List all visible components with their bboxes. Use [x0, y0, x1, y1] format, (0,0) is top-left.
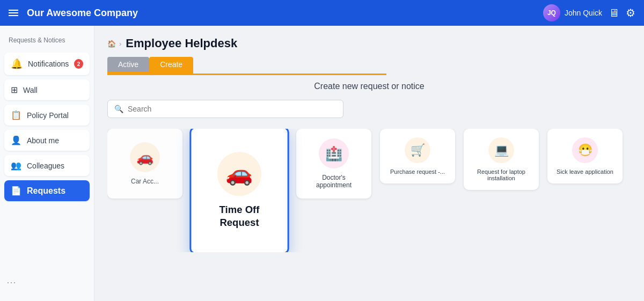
- sidebar-item-about-me[interactable]: 👤 About me: [4, 130, 90, 151]
- sidebar-item-colleagues[interactable]: 👥 Colleagues: [4, 155, 90, 176]
- sidebar-item-label: Notifications: [28, 60, 69, 68]
- card-label: Purchase request -...: [390, 168, 445, 175]
- sidebar-item-notifications[interactable]: 🔔 Notifications 2: [4, 53, 90, 75]
- hospital-icon: 🏥: [319, 138, 349, 168]
- sidebar-item-label: Policy Portal: [27, 111, 69, 120]
- card-doctors-appointment[interactable]: 🏥 Doctor's appointment: [296, 129, 371, 199]
- card-label: Car Acc...: [131, 178, 159, 185]
- tabs: Active Create: [107, 57, 193, 74]
- sidebar-item-requests[interactable]: 📄 Requests: [4, 180, 90, 201]
- sidebar-item-policy-portal[interactable]: 📋 Policy Portal: [4, 105, 90, 126]
- card-label: Doctor's appointment: [305, 174, 363, 189]
- card-label-featured: Time OffRequest: [219, 203, 260, 229]
- search-input[interactable]: [128, 105, 336, 113]
- monitor-icon[interactable]: 🖥: [609, 7, 619, 19]
- hamburger-icon[interactable]: [9, 10, 18, 16]
- sidebar-item-wall[interactable]: ⊞ Wall: [4, 79, 90, 100]
- nav-left: Our Awesome Company: [9, 8, 138, 19]
- breadcrumb-separator: ›: [119, 40, 121, 48]
- cart-icon: 🛒: [405, 137, 430, 163]
- user-name: John Quick: [565, 9, 602, 17]
- page-title: Employee Helpdesk: [126, 36, 237, 50]
- main-layout: Requests & Notices 🔔 Notifications 2 ⊞ W…: [0, 26, 644, 301]
- tab-create[interactable]: Create: [149, 57, 193, 72]
- card-laptop-request[interactable]: 💻 Request for laptop installation: [464, 129, 539, 190]
- wall-icon: ⊞: [11, 85, 18, 95]
- card-sick-leave[interactable]: 😷 Sick leave application: [547, 129, 623, 183]
- colleagues-icon: 👥: [11, 160, 21, 171]
- bell-icon: 🔔: [11, 58, 23, 70]
- sidebar: Requests & Notices 🔔 Notifications 2 ⊞ W…: [0, 26, 94, 301]
- policy-icon: 📋: [11, 110, 21, 120]
- card-label: Request for laptop installation: [472, 168, 530, 181]
- laptop-icon: 💻: [488, 137, 514, 163]
- sidebar-item-label: Requests: [27, 186, 65, 196]
- gear-icon[interactable]: ⚙: [626, 6, 635, 19]
- top-navigation: Our Awesome Company JQ John Quick 🖥 ⚙: [0, 0, 644, 26]
- car-featured-icon: 🚗: [217, 151, 261, 195]
- car-icon: 🚗: [130, 142, 160, 172]
- user-info: JQ John Quick: [543, 4, 602, 21]
- cards-container: 🚗 Car Acc... 🚗 Time OffRequest 🏥 Doctor'…: [107, 129, 631, 252]
- nav-right: JQ John Quick 🖥 ⚙: [543, 4, 635, 21]
- card-label: Sick leave application: [557, 168, 613, 175]
- sidebar-item-label: Colleagues: [27, 161, 64, 170]
- search-icon: 🔍: [114, 105, 123, 113]
- sidebar-section-label: Requests & Notices: [4, 34, 90, 48]
- tab-active[interactable]: Active: [107, 57, 149, 72]
- company-name: Our Awesome Company: [27, 8, 138, 19]
- create-subtitle: Create new request or notice: [107, 82, 631, 91]
- card-time-off[interactable]: 🚗 Time OffRequest: [189, 129, 289, 252]
- notification-badge: 2: [74, 59, 83, 69]
- bottom-icon: ⋯: [6, 276, 16, 288]
- requests-icon: 📄: [11, 186, 21, 196]
- search-bar: 🔍: [107, 100, 343, 118]
- card-purchase-request[interactable]: 🛒 Purchase request -...: [380, 129, 455, 183]
- card-car-accident[interactable]: 🚗 Car Acc...: [107, 129, 182, 199]
- sidebar-item-label: About me: [27, 136, 59, 145]
- sidebar-item-label: Wall: [23, 86, 38, 94]
- person-icon: 👤: [11, 135, 21, 145]
- home-icon[interactable]: 🏠: [107, 40, 116, 48]
- avatar: JQ: [543, 4, 560, 21]
- content-area: 🏠 › Employee Helpdesk Active Create Crea…: [94, 26, 644, 301]
- sick-icon: 😷: [572, 137, 598, 163]
- breadcrumb: 🏠 ›: [107, 40, 121, 48]
